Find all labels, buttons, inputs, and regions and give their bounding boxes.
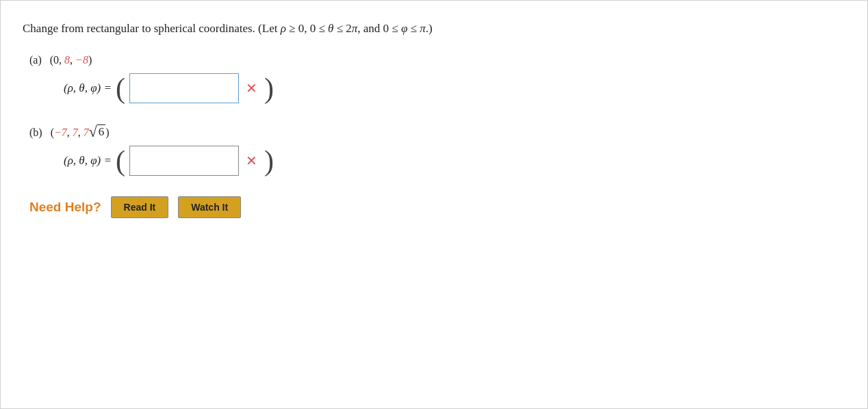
part-a-label: (a) (0, 8, −8) — [29, 54, 845, 66]
part-a-equation-row: (ρ, θ, φ) = ( ✕ ) — [64, 73, 845, 103]
part-b-open-paren: ( — [116, 146, 125, 175]
problem-statement: Change from rectangular to spherical coo… — [23, 20, 845, 38]
read-it-button[interactable]: Read It — [111, 196, 169, 218]
need-help-row: Need Help? Read It Watch It — [29, 196, 845, 218]
part-b-block: (b) (−7, 7, 7√6) (ρ, θ, φ) = ( ✕ ) — [23, 124, 845, 176]
part-a-eq-label: (ρ, θ, φ) = — [64, 81, 112, 95]
part-b-clear-icon: ✕ — [246, 153, 257, 168]
part-a-open-paren: ( — [116, 74, 125, 103]
part-b-label: (b) (−7, 7, 7√6) — [29, 124, 845, 139]
need-help-label: Need Help? — [29, 200, 101, 215]
problem-card: Change from rectangular to spherical coo… — [0, 0, 868, 409]
part-b-input[interactable] — [129, 146, 239, 176]
part-b-clear-button[interactable]: ✕ — [243, 154, 260, 168]
watch-it-button[interactable]: Watch It — [178, 196, 241, 218]
part-a-block: (a) (0, 8, −8) (ρ, θ, φ) = ( ✕ ) — [23, 54, 845, 103]
part-b-close-paren: ) — [264, 146, 274, 175]
part-a-input[interactable] — [129, 73, 239, 103]
part-a-close-paren: ) — [264, 74, 274, 103]
part-a-clear-icon: ✕ — [246, 81, 257, 96]
part-b-equation-row: (ρ, θ, φ) = ( ✕ ) — [64, 146, 845, 176]
part-b-eq-label: (ρ, θ, φ) = — [64, 154, 112, 168]
part-a-clear-button[interactable]: ✕ — [243, 81, 260, 95]
